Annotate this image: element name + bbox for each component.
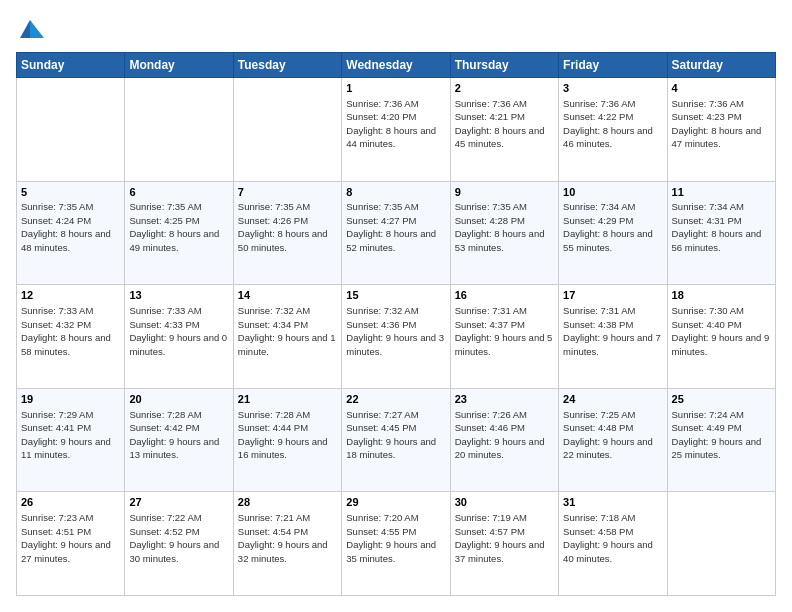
day-cell: 2 Sunrise: 7:36 AMSunset: 4:21 PMDayligh… <box>450 78 558 182</box>
day-info: Sunrise: 7:35 AMSunset: 4:24 PMDaylight:… <box>21 201 111 253</box>
day-info: Sunrise: 7:26 AMSunset: 4:46 PMDaylight:… <box>455 409 545 461</box>
week-row-1: 1 Sunrise: 7:36 AMSunset: 4:20 PMDayligh… <box>17 78 776 182</box>
day-cell: 13 Sunrise: 7:33 AMSunset: 4:33 PMDaylig… <box>125 285 233 389</box>
day-info: Sunrise: 7:35 AMSunset: 4:26 PMDaylight:… <box>238 201 328 253</box>
day-info: Sunrise: 7:24 AMSunset: 4:49 PMDaylight:… <box>672 409 762 461</box>
weekday-header-thursday: Thursday <box>450 53 558 78</box>
calendar-table: SundayMondayTuesdayWednesdayThursdayFrid… <box>16 52 776 596</box>
day-number: 8 <box>346 185 445 200</box>
day-info: Sunrise: 7:34 AMSunset: 4:29 PMDaylight:… <box>563 201 653 253</box>
day-info: Sunrise: 7:18 AMSunset: 4:58 PMDaylight:… <box>563 512 653 564</box>
day-info: Sunrise: 7:29 AMSunset: 4:41 PMDaylight:… <box>21 409 111 461</box>
weekday-header-row: SundayMondayTuesdayWednesdayThursdayFrid… <box>17 53 776 78</box>
day-number: 10 <box>563 185 662 200</box>
day-number: 11 <box>672 185 771 200</box>
day-cell: 1 Sunrise: 7:36 AMSunset: 4:20 PMDayligh… <box>342 78 450 182</box>
day-info: Sunrise: 7:19 AMSunset: 4:57 PMDaylight:… <box>455 512 545 564</box>
weekday-header-friday: Friday <box>559 53 667 78</box>
day-info: Sunrise: 7:35 AMSunset: 4:28 PMDaylight:… <box>455 201 545 253</box>
day-info: Sunrise: 7:23 AMSunset: 4:51 PMDaylight:… <box>21 512 111 564</box>
day-info: Sunrise: 7:32 AMSunset: 4:36 PMDaylight:… <box>346 305 444 357</box>
day-info: Sunrise: 7:25 AMSunset: 4:48 PMDaylight:… <box>563 409 653 461</box>
day-info: Sunrise: 7:34 AMSunset: 4:31 PMDaylight:… <box>672 201 762 253</box>
day-number: 30 <box>455 495 554 510</box>
day-cell: 11 Sunrise: 7:34 AMSunset: 4:31 PMDaylig… <box>667 181 775 285</box>
day-info: Sunrise: 7:33 AMSunset: 4:32 PMDaylight:… <box>21 305 111 357</box>
day-info: Sunrise: 7:36 AMSunset: 4:20 PMDaylight:… <box>346 98 436 150</box>
day-cell: 24 Sunrise: 7:25 AMSunset: 4:48 PMDaylig… <box>559 388 667 492</box>
day-info: Sunrise: 7:32 AMSunset: 4:34 PMDaylight:… <box>238 305 336 357</box>
day-cell: 15 Sunrise: 7:32 AMSunset: 4:36 PMDaylig… <box>342 285 450 389</box>
day-number: 22 <box>346 392 445 407</box>
logo-icon <box>16 16 44 44</box>
day-number: 3 <box>563 81 662 96</box>
week-row-4: 19 Sunrise: 7:29 AMSunset: 4:41 PMDaylig… <box>17 388 776 492</box>
day-number: 26 <box>21 495 120 510</box>
logo <box>16 16 48 44</box>
day-number: 19 <box>21 392 120 407</box>
day-info: Sunrise: 7:21 AMSunset: 4:54 PMDaylight:… <box>238 512 328 564</box>
weekday-header-monday: Monday <box>125 53 233 78</box>
day-number: 21 <box>238 392 337 407</box>
weekday-header-saturday: Saturday <box>667 53 775 78</box>
header <box>16 16 776 44</box>
weekday-header-wednesday: Wednesday <box>342 53 450 78</box>
day-number: 12 <box>21 288 120 303</box>
day-info: Sunrise: 7:27 AMSunset: 4:45 PMDaylight:… <box>346 409 436 461</box>
day-cell <box>125 78 233 182</box>
day-cell: 3 Sunrise: 7:36 AMSunset: 4:22 PMDayligh… <box>559 78 667 182</box>
day-number: 23 <box>455 392 554 407</box>
day-cell: 28 Sunrise: 7:21 AMSunset: 4:54 PMDaylig… <box>233 492 341 596</box>
day-info: Sunrise: 7:28 AMSunset: 4:44 PMDaylight:… <box>238 409 328 461</box>
day-info: Sunrise: 7:35 AMSunset: 4:27 PMDaylight:… <box>346 201 436 253</box>
day-info: Sunrise: 7:20 AMSunset: 4:55 PMDaylight:… <box>346 512 436 564</box>
day-cell: 29 Sunrise: 7:20 AMSunset: 4:55 PMDaylig… <box>342 492 450 596</box>
day-cell: 7 Sunrise: 7:35 AMSunset: 4:26 PMDayligh… <box>233 181 341 285</box>
weekday-header-sunday: Sunday <box>17 53 125 78</box>
day-cell: 10 Sunrise: 7:34 AMSunset: 4:29 PMDaylig… <box>559 181 667 285</box>
svg-marker-1 <box>30 20 44 38</box>
day-cell <box>667 492 775 596</box>
day-cell: 23 Sunrise: 7:26 AMSunset: 4:46 PMDaylig… <box>450 388 558 492</box>
day-number: 25 <box>672 392 771 407</box>
day-cell <box>233 78 341 182</box>
day-cell: 5 Sunrise: 7:35 AMSunset: 4:24 PMDayligh… <box>17 181 125 285</box>
day-info: Sunrise: 7:36 AMSunset: 4:21 PMDaylight:… <box>455 98 545 150</box>
day-info: Sunrise: 7:35 AMSunset: 4:25 PMDaylight:… <box>129 201 219 253</box>
day-cell: 16 Sunrise: 7:31 AMSunset: 4:37 PMDaylig… <box>450 285 558 389</box>
day-cell: 26 Sunrise: 7:23 AMSunset: 4:51 PMDaylig… <box>17 492 125 596</box>
day-info: Sunrise: 7:31 AMSunset: 4:37 PMDaylight:… <box>455 305 553 357</box>
day-info: Sunrise: 7:22 AMSunset: 4:52 PMDaylight:… <box>129 512 219 564</box>
day-cell: 25 Sunrise: 7:24 AMSunset: 4:49 PMDaylig… <box>667 388 775 492</box>
day-cell: 14 Sunrise: 7:32 AMSunset: 4:34 PMDaylig… <box>233 285 341 389</box>
day-cell: 22 Sunrise: 7:27 AMSunset: 4:45 PMDaylig… <box>342 388 450 492</box>
day-number: 29 <box>346 495 445 510</box>
day-cell <box>17 78 125 182</box>
day-cell: 17 Sunrise: 7:31 AMSunset: 4:38 PMDaylig… <box>559 285 667 389</box>
day-number: 9 <box>455 185 554 200</box>
day-number: 31 <box>563 495 662 510</box>
day-cell: 6 Sunrise: 7:35 AMSunset: 4:25 PMDayligh… <box>125 181 233 285</box>
day-cell: 8 Sunrise: 7:35 AMSunset: 4:27 PMDayligh… <box>342 181 450 285</box>
day-number: 1 <box>346 81 445 96</box>
day-cell: 21 Sunrise: 7:28 AMSunset: 4:44 PMDaylig… <box>233 388 341 492</box>
week-row-3: 12 Sunrise: 7:33 AMSunset: 4:32 PMDaylig… <box>17 285 776 389</box>
day-number: 13 <box>129 288 228 303</box>
day-number: 28 <box>238 495 337 510</box>
day-info: Sunrise: 7:31 AMSunset: 4:38 PMDaylight:… <box>563 305 661 357</box>
day-number: 20 <box>129 392 228 407</box>
day-info: Sunrise: 7:33 AMSunset: 4:33 PMDaylight:… <box>129 305 227 357</box>
day-cell: 9 Sunrise: 7:35 AMSunset: 4:28 PMDayligh… <box>450 181 558 285</box>
day-number: 7 <box>238 185 337 200</box>
week-row-5: 26 Sunrise: 7:23 AMSunset: 4:51 PMDaylig… <box>17 492 776 596</box>
day-number: 17 <box>563 288 662 303</box>
weekday-header-tuesday: Tuesday <box>233 53 341 78</box>
day-number: 24 <box>563 392 662 407</box>
day-cell: 30 Sunrise: 7:19 AMSunset: 4:57 PMDaylig… <box>450 492 558 596</box>
day-number: 18 <box>672 288 771 303</box>
page: SundayMondayTuesdayWednesdayThursdayFrid… <box>0 0 792 612</box>
day-cell: 12 Sunrise: 7:33 AMSunset: 4:32 PMDaylig… <box>17 285 125 389</box>
day-number: 5 <box>21 185 120 200</box>
day-cell: 27 Sunrise: 7:22 AMSunset: 4:52 PMDaylig… <box>125 492 233 596</box>
day-info: Sunrise: 7:30 AMSunset: 4:40 PMDaylight:… <box>672 305 770 357</box>
